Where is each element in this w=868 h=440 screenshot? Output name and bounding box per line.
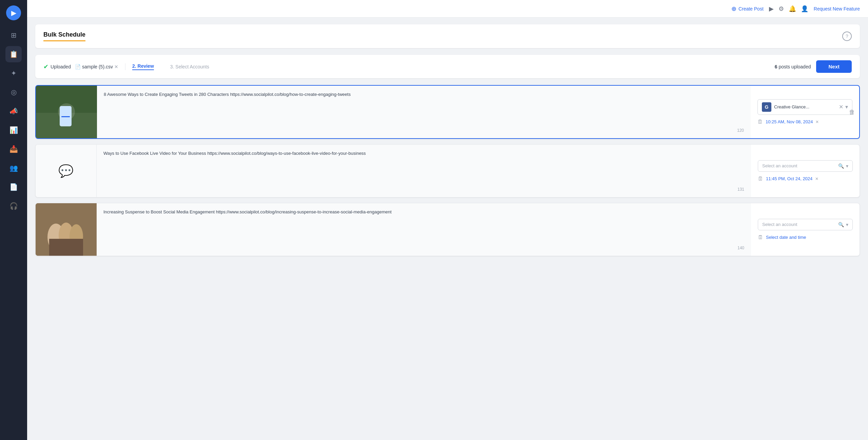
account-placeholder: Select an account — [762, 163, 835, 168]
posts-count: 6 posts uploaded — [775, 64, 811, 69]
select-datetime-button[interactable]: Select date and time — [766, 235, 806, 240]
step-divider — [125, 63, 125, 70]
logo-icon: ▶ — [11, 9, 16, 17]
next-button[interactable]: Next — [816, 60, 852, 73]
sidebar-item-posts[interactable]: 📋 — [5, 46, 22, 62]
file-icon: 📄 — [75, 64, 81, 69]
char-count: 140 — [103, 246, 744, 250]
sidebar-logo[interactable]: ▶ — [6, 5, 21, 20]
content-area: Bulk Schedule ? ✔ Uploaded 📄 sample (5).… — [27, 18, 868, 440]
datetime-value[interactable]: 10:25 AM, Nov 08, 2024 — [766, 119, 813, 124]
content-icon: 📄 — [9, 183, 18, 191]
account-select-button[interactable]: G Creative Glance... ✕ ▾ — [757, 99, 852, 115]
topbar-icons: ▶ ⚙ 🔔 👤 — [769, 5, 808, 13]
step-select-label[interactable]: 3. Select Accounts — [170, 64, 209, 69]
step-review-label[interactable]: 2. Review — [132, 63, 154, 70]
datetime-row: 🗓 10:25 AM, Nov 08, 2024 ✕ — [757, 119, 852, 125]
inbox-icon: 📥 — [9, 145, 18, 153]
post-text: Ways to Use Facebook Live Video for Your… — [103, 150, 744, 157]
datetime-row: 🗓 11:45 PM, Oct 24, 2024 ✕ — [758, 176, 853, 182]
account-icons: 🔍 ▾ — [838, 163, 848, 169]
account-select-button[interactable]: Select an account 🔍 ▾ — [758, 219, 853, 230]
datetime-value[interactable]: 11:45 PM, Oct 24, 2024 — [766, 176, 812, 181]
card-header: Bulk Schedule ? — [43, 31, 852, 41]
sidebar-item-clients[interactable]: 👥 — [5, 160, 22, 176]
page-title: Bulk Schedule — [43, 31, 85, 41]
delete-post-button[interactable]: 🗑 — [849, 108, 855, 116]
campaigns-icon: 📣 — [9, 107, 18, 115]
calendar-icon: 🗓 — [758, 176, 763, 182]
clear-datetime-button[interactable]: ✕ — [815, 120, 819, 124]
account-name: Creative Glance... — [774, 104, 836, 109]
search-icon[interactable]: 🔍 — [838, 222, 844, 227]
char-count: 120 — [104, 128, 744, 133]
posts-count-suffix: posts uploaded — [779, 64, 811, 69]
sidebar-item-campaigns[interactable]: 📣 — [5, 103, 22, 119]
sidebar-item-content[interactable]: 📄 — [5, 179, 22, 195]
plus-circle-icon: ⊕ — [731, 5, 736, 13]
post-row: 8 Awesome Ways to Create Engaging Tweets… — [35, 85, 860, 139]
document-icon: 💬 — [58, 164, 74, 178]
post-thumbnail — [36, 86, 97, 138]
sidebar-item-dashboard[interactable]: ⊞ — [5, 27, 22, 43]
posts-count-number: 6 — [775, 64, 777, 69]
check-icon: ✔ — [43, 63, 48, 70]
account-placeholder: Select an account — [762, 222, 835, 227]
chevron-down-icon[interactable]: ▾ — [845, 104, 848, 110]
bell-icon[interactable]: 🔔 — [789, 5, 796, 13]
create-post-button[interactable]: ⊕ Create Post — [731, 5, 764, 13]
post-actions: G Creative Glance... ✕ ▾ 🗓 10:25 AM, Nov… — [751, 86, 859, 138]
post-row: 💬 Ways to Use Facebook Live Video for Yo… — [35, 144, 860, 197]
svg-rect-4 — [61, 116, 70, 117]
search-icon[interactable]: 🔍 — [838, 163, 844, 169]
stepper-left: ✔ Uploaded 📄 sample (5).csv ✕ 2. Review … — [43, 63, 775, 70]
account-select-button[interactable]: Select an account 🔍 ▾ — [758, 160, 853, 172]
datetime-row: 🗓 Select date and time — [758, 234, 853, 240]
dashboard-icon: ⊞ — [11, 31, 17, 39]
remove-file-button[interactable]: ✕ — [114, 64, 118, 69]
sidebar: ▶ ⊞ 📋 ✦ ◎ 📣 📊 📥 👥 📄 🎧 — [0, 0, 27, 440]
post-actions: Select an account 🔍 ▾ 🗓 Select date and … — [751, 203, 860, 256]
reports-icon: 📊 — [9, 126, 18, 134]
help-button[interactable]: ? — [842, 32, 852, 41]
analytics-icon: ✦ — [11, 69, 17, 77]
sidebar-item-analytics[interactable]: ✦ — [5, 65, 22, 81]
bulk-schedule-card: Bulk Schedule ? — [35, 24, 860, 48]
clients-icon: 👥 — [9, 164, 18, 172]
user-icon[interactable]: 👤 — [801, 5, 808, 13]
step-file: 📄 sample (5).csv ✕ — [75, 64, 118, 69]
account-initial: G — [765, 104, 769, 110]
calendar-icon: 🗓 — [758, 234, 763, 240]
social-icon: ◎ — [11, 88, 17, 96]
post-actions: Select an account 🔍 ▾ 🗓 11:45 PM, Oct 24… — [751, 145, 860, 197]
post-body: 8 Awesome Ways to Create Engaging Tweets… — [97, 86, 751, 138]
support-icon: 🎧 — [9, 202, 18, 210]
post-thumbnail — [36, 203, 97, 256]
settings-icon[interactable]: ⚙ — [778, 5, 784, 13]
chevron-down-icon[interactable]: ▾ — [846, 222, 848, 227]
chevron-down-icon[interactable]: ▾ — [846, 163, 848, 169]
account-icons: ✕ ▾ — [839, 104, 848, 110]
posts-icon: 📋 — [9, 50, 18, 58]
request-feature-link[interactable]: Request New Feature — [814, 6, 860, 12]
sidebar-item-social[interactable]: ◎ — [5, 84, 22, 100]
stepper-right: 6 posts uploaded Next — [775, 60, 852, 73]
step-uploaded: ✔ Uploaded — [43, 63, 71, 70]
account-avatar: G — [762, 102, 771, 112]
sidebar-item-reports[interactable]: 📊 — [5, 122, 22, 138]
account-icons: 🔍 ▾ — [838, 222, 848, 227]
question-mark-icon: ? — [846, 34, 848, 39]
main-content: ⊕ Create Post ▶ ⚙ 🔔 👤 Request New Featur… — [27, 0, 868, 440]
post-body: Ways to Use Facebook Live Video for Your… — [97, 145, 751, 197]
close-icon[interactable]: ✕ — [839, 104, 843, 110]
clear-datetime-button[interactable]: ✕ — [815, 176, 818, 181]
play-icon[interactable]: ▶ — [769, 5, 774, 13]
char-count: 131 — [103, 187, 744, 192]
posts-container: 8 Awesome Ways to Create Engaging Tweets… — [35, 85, 860, 256]
sidebar-item-support[interactable]: 🎧 — [5, 198, 22, 214]
svg-rect-9 — [49, 239, 83, 256]
sidebar-item-inbox[interactable]: 📥 — [5, 141, 22, 157]
calendar-icon: 🗓 — [757, 119, 763, 125]
uploaded-label: Uploaded — [51, 64, 71, 69]
topbar: ⊕ Create Post ▶ ⚙ 🔔 👤 Request New Featur… — [27, 0, 868, 18]
